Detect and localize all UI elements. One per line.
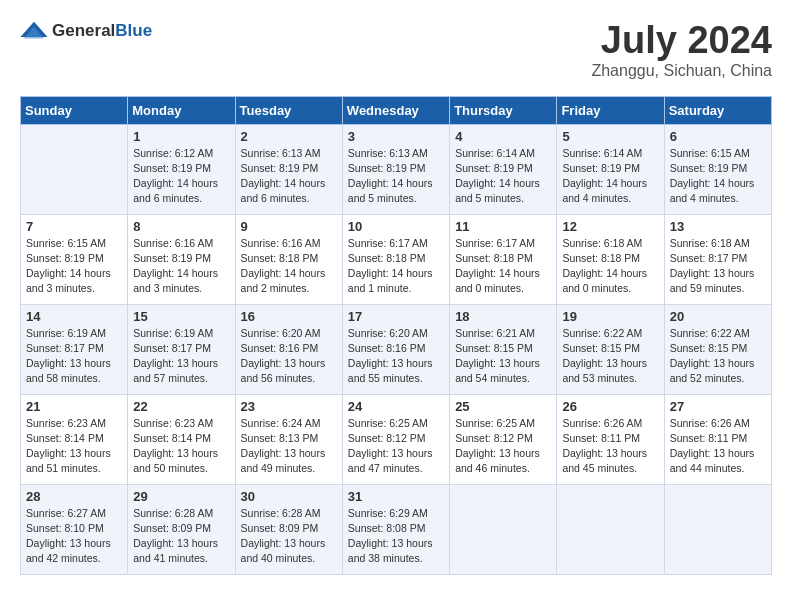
day-number: 30 [241, 489, 337, 504]
header-wednesday: Wednesday [342, 96, 449, 124]
day-number: 29 [133, 489, 229, 504]
calendar-cell: 1Sunrise: 6:12 AM Sunset: 8:19 PM Daylig… [128, 124, 235, 214]
day-number: 2 [241, 129, 337, 144]
header-friday: Friday [557, 96, 664, 124]
day-info: Sunrise: 6:20 AM Sunset: 8:16 PM Dayligh… [241, 326, 337, 387]
calendar-cell: 25Sunrise: 6:25 AM Sunset: 8:12 PM Dayli… [450, 394, 557, 484]
header-saturday: Saturday [664, 96, 771, 124]
day-info: Sunrise: 6:21 AM Sunset: 8:15 PM Dayligh… [455, 326, 551, 387]
day-number: 21 [26, 399, 122, 414]
calendar-header-row: SundayMondayTuesdayWednesdayThursdayFrid… [21, 96, 772, 124]
month-year: July 2024 [591, 20, 772, 62]
logo: GeneralBlue [20, 20, 152, 42]
day-number: 10 [348, 219, 444, 234]
calendar-cell: 7Sunrise: 6:15 AM Sunset: 8:19 PM Daylig… [21, 214, 128, 304]
calendar-cell: 30Sunrise: 6:28 AM Sunset: 8:09 PM Dayli… [235, 484, 342, 574]
day-number: 23 [241, 399, 337, 414]
calendar-cell: 3Sunrise: 6:13 AM Sunset: 8:19 PM Daylig… [342, 124, 449, 214]
day-info: Sunrise: 6:22 AM Sunset: 8:15 PM Dayligh… [670, 326, 766, 387]
calendar-cell: 10Sunrise: 6:17 AM Sunset: 8:18 PM Dayli… [342, 214, 449, 304]
day-info: Sunrise: 6:15 AM Sunset: 8:19 PM Dayligh… [26, 236, 122, 297]
week-row-5: 28Sunrise: 6:27 AM Sunset: 8:10 PM Dayli… [21, 484, 772, 574]
calendar-cell: 21Sunrise: 6:23 AM Sunset: 8:14 PM Dayli… [21, 394, 128, 484]
calendar-cell: 14Sunrise: 6:19 AM Sunset: 8:17 PM Dayli… [21, 304, 128, 394]
day-info: Sunrise: 6:26 AM Sunset: 8:11 PM Dayligh… [562, 416, 658, 477]
day-info: Sunrise: 6:26 AM Sunset: 8:11 PM Dayligh… [670, 416, 766, 477]
calendar-cell: 12Sunrise: 6:18 AM Sunset: 8:18 PM Dayli… [557, 214, 664, 304]
calendar-cell: 28Sunrise: 6:27 AM Sunset: 8:10 PM Dayli… [21, 484, 128, 574]
calendar-cell: 13Sunrise: 6:18 AM Sunset: 8:17 PM Dayli… [664, 214, 771, 304]
week-row-3: 14Sunrise: 6:19 AM Sunset: 8:17 PM Dayli… [21, 304, 772, 394]
calendar-cell [664, 484, 771, 574]
day-info: Sunrise: 6:15 AM Sunset: 8:19 PM Dayligh… [670, 146, 766, 207]
day-info: Sunrise: 6:28 AM Sunset: 8:09 PM Dayligh… [241, 506, 337, 567]
calendar-table: SundayMondayTuesdayWednesdayThursdayFrid… [20, 96, 772, 575]
day-number: 18 [455, 309, 551, 324]
calendar-cell: 18Sunrise: 6:21 AM Sunset: 8:15 PM Dayli… [450, 304, 557, 394]
header-monday: Monday [128, 96, 235, 124]
day-number: 16 [241, 309, 337, 324]
day-number: 25 [455, 399, 551, 414]
day-number: 15 [133, 309, 229, 324]
week-row-2: 7Sunrise: 6:15 AM Sunset: 8:19 PM Daylig… [21, 214, 772, 304]
calendar-cell: 20Sunrise: 6:22 AM Sunset: 8:15 PM Dayli… [664, 304, 771, 394]
day-number: 8 [133, 219, 229, 234]
calendar-cell [557, 484, 664, 574]
header-thursday: Thursday [450, 96, 557, 124]
calendar-cell: 24Sunrise: 6:25 AM Sunset: 8:12 PM Dayli… [342, 394, 449, 484]
day-number: 27 [670, 399, 766, 414]
day-info: Sunrise: 6:27 AM Sunset: 8:10 PM Dayligh… [26, 506, 122, 567]
day-info: Sunrise: 6:18 AM Sunset: 8:18 PM Dayligh… [562, 236, 658, 297]
week-row-4: 21Sunrise: 6:23 AM Sunset: 8:14 PM Dayli… [21, 394, 772, 484]
day-number: 5 [562, 129, 658, 144]
calendar-cell [450, 484, 557, 574]
day-info: Sunrise: 6:17 AM Sunset: 8:18 PM Dayligh… [455, 236, 551, 297]
day-number: 4 [455, 129, 551, 144]
calendar-cell: 23Sunrise: 6:24 AM Sunset: 8:13 PM Dayli… [235, 394, 342, 484]
day-info: Sunrise: 6:29 AM Sunset: 8:08 PM Dayligh… [348, 506, 444, 567]
calendar-cell: 9Sunrise: 6:16 AM Sunset: 8:18 PM Daylig… [235, 214, 342, 304]
day-info: Sunrise: 6:23 AM Sunset: 8:14 PM Dayligh… [26, 416, 122, 477]
day-info: Sunrise: 6:25 AM Sunset: 8:12 PM Dayligh… [348, 416, 444, 477]
day-number: 7 [26, 219, 122, 234]
day-info: Sunrise: 6:17 AM Sunset: 8:18 PM Dayligh… [348, 236, 444, 297]
calendar-cell: 29Sunrise: 6:28 AM Sunset: 8:09 PM Dayli… [128, 484, 235, 574]
day-number: 12 [562, 219, 658, 234]
day-number: 3 [348, 129, 444, 144]
day-info: Sunrise: 6:14 AM Sunset: 8:19 PM Dayligh… [455, 146, 551, 207]
header-tuesday: Tuesday [235, 96, 342, 124]
week-row-1: 1Sunrise: 6:12 AM Sunset: 8:19 PM Daylig… [21, 124, 772, 214]
day-info: Sunrise: 6:14 AM Sunset: 8:19 PM Dayligh… [562, 146, 658, 207]
day-number: 11 [455, 219, 551, 234]
day-number: 28 [26, 489, 122, 504]
calendar-cell: 11Sunrise: 6:17 AM Sunset: 8:18 PM Dayli… [450, 214, 557, 304]
day-info: Sunrise: 6:16 AM Sunset: 8:19 PM Dayligh… [133, 236, 229, 297]
header-sunday: Sunday [21, 96, 128, 124]
calendar-cell: 6Sunrise: 6:15 AM Sunset: 8:19 PM Daylig… [664, 124, 771, 214]
calendar-cell: 19Sunrise: 6:22 AM Sunset: 8:15 PM Dayli… [557, 304, 664, 394]
day-number: 14 [26, 309, 122, 324]
day-number: 24 [348, 399, 444, 414]
day-number: 9 [241, 219, 337, 234]
day-number: 26 [562, 399, 658, 414]
calendar-cell: 2Sunrise: 6:13 AM Sunset: 8:19 PM Daylig… [235, 124, 342, 214]
day-info: Sunrise: 6:13 AM Sunset: 8:19 PM Dayligh… [348, 146, 444, 207]
day-info: Sunrise: 6:23 AM Sunset: 8:14 PM Dayligh… [133, 416, 229, 477]
day-info: Sunrise: 6:24 AM Sunset: 8:13 PM Dayligh… [241, 416, 337, 477]
day-info: Sunrise: 6:19 AM Sunset: 8:17 PM Dayligh… [26, 326, 122, 387]
calendar-cell: 16Sunrise: 6:20 AM Sunset: 8:16 PM Dayli… [235, 304, 342, 394]
day-info: Sunrise: 6:20 AM Sunset: 8:16 PM Dayligh… [348, 326, 444, 387]
logo-general: General [52, 21, 115, 40]
day-number: 6 [670, 129, 766, 144]
day-number: 31 [348, 489, 444, 504]
day-info: Sunrise: 6:18 AM Sunset: 8:17 PM Dayligh… [670, 236, 766, 297]
day-number: 22 [133, 399, 229, 414]
calendar-cell: 17Sunrise: 6:20 AM Sunset: 8:16 PM Dayli… [342, 304, 449, 394]
title-block: July 2024 Zhanggu, Sichuan, China [591, 20, 772, 80]
day-number: 20 [670, 309, 766, 324]
logo-icon [20, 20, 48, 42]
day-number: 17 [348, 309, 444, 324]
day-number: 1 [133, 129, 229, 144]
page-header: GeneralBlue July 2024 Zhanggu, Sichuan, … [20, 20, 772, 80]
logo-blue: Blue [115, 21, 152, 40]
